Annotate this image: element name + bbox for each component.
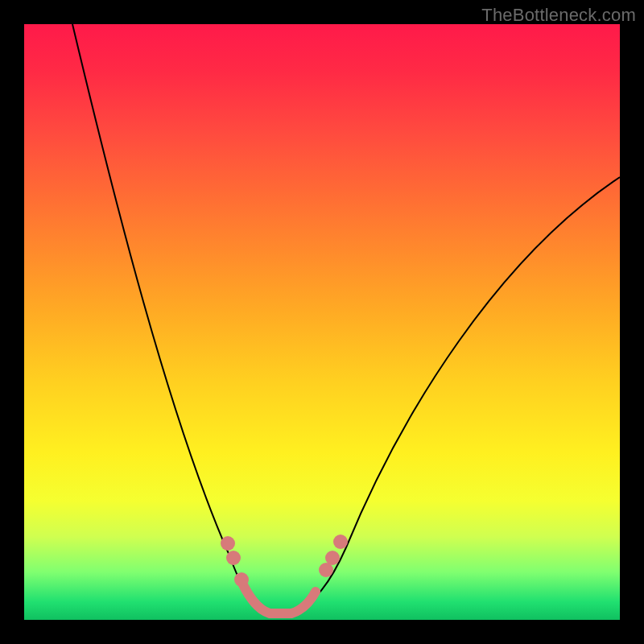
bottleneck-curve	[72, 24, 620, 612]
curve-marker-left-3	[234, 572, 249, 587]
chart-frame: TheBottleneck.com	[0, 0, 644, 644]
curve-marker-left-2	[226, 551, 241, 565]
bottleneck-curve-svg	[24, 24, 620, 620]
curve-marker-left-1	[221, 536, 235, 551]
plot-area	[24, 24, 620, 620]
curve-marker-right-2	[325, 551, 340, 565]
curve-marker-right-3	[333, 535, 348, 549]
watermark-text: TheBottleneck.com	[481, 5, 636, 26]
curve-trough-highlight	[240, 578, 316, 613]
